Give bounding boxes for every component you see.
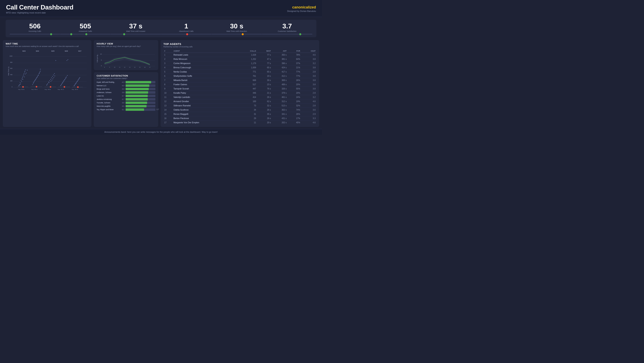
- cell-agent: Brinna Colecrough: [173, 66, 238, 70]
- brand-highlight: canon: [292, 5, 303, 9]
- scatter-plot: Wait Time (s) 0 200 400 600 800 1000: [6, 49, 88, 93]
- cell-csat: 3.8: [301, 87, 316, 91]
- svg-text:0: 0: [12, 86, 12, 88]
- table-row: 16 Berton Flecknoe 29 26 s 431 s 17% 3.3: [164, 116, 316, 121]
- cell-rank: 3: [164, 61, 173, 66]
- cell-calls: 29: [238, 116, 257, 121]
- svg-point-111: [77, 81, 78, 82]
- kpi-abandoned-value: 1: [184, 23, 188, 30]
- csat-score-0: 4.3: [120, 81, 124, 83]
- csat-bar-6: [126, 102, 155, 104]
- svg-point-89: [67, 75, 68, 76]
- cell-agent: Reinwald Lowis: [173, 53, 238, 57]
- svg-point-44: [35, 79, 36, 80]
- svg-text:Wait Time (s): Wait Time (s): [8, 67, 10, 76]
- cell-agent: Shellysheldon Soffe: [173, 74, 238, 78]
- cell-rank: 4: [164, 66, 173, 70]
- cell-rank: 2: [164, 57, 173, 61]
- cell-calls: 11: [238, 121, 257, 125]
- cell-agent: Tamqrah Scorah: [173, 87, 238, 91]
- svg-point-76: [54, 77, 54, 78]
- svg-point-90: [61, 85, 62, 85]
- svg-point-67: [51, 78, 52, 78]
- cell-csat: 4.6: [301, 99, 316, 104]
- svg-point-53: [36, 78, 37, 79]
- table-row: 13 Stillmann Ramelet 73 32 s 513 s 32% 2…: [164, 104, 316, 108]
- svg-point-36: [18, 86, 19, 86]
- svg-point-63: [47, 83, 48, 84]
- cell-agent: Mikaela Bartoli: [173, 78, 238, 82]
- kpi-incoming-value: 506: [29, 23, 41, 30]
- csat-label-8: Toy, Rippin and Beier: [96, 109, 119, 111]
- csat-label-7: West-McLaughlin: [96, 105, 119, 107]
- svg-text:W25: W25: [51, 50, 54, 52]
- cell-aht: 381 s: [272, 57, 288, 61]
- svg-point-78: [55, 60, 56, 61]
- svg-point-42: [33, 82, 34, 83]
- cell-rank: 9: [164, 87, 173, 91]
- cell-wait: 32 s: [257, 104, 272, 108]
- cell-calls: 1,628: [238, 53, 257, 57]
- cell-csat: 4.6: [301, 121, 316, 125]
- cell-aht: 341 s: [272, 112, 288, 116]
- kpi-wait-answer-bar: [110, 34, 161, 35]
- kpi-incoming-label: Incoming Calls: [28, 30, 41, 32]
- left-panel: WAIT TIME How much time are customers wa…: [3, 40, 91, 127]
- cell-agent: Valentijn Lambdin: [173, 95, 238, 99]
- csat-bar-8: 3.7: [126, 108, 155, 111]
- csat-bar-4: [126, 95, 155, 97]
- cell-calls: 1,009: [238, 66, 257, 70]
- svg-point-50: [33, 83, 34, 84]
- svg-point-27: [24, 71, 25, 72]
- svg-text:800: 800: [10, 62, 12, 63]
- col-rank: #: [164, 49, 173, 53]
- svg-point-51: [34, 81, 34, 82]
- cell-rank: 7: [164, 78, 173, 82]
- wait-time-chart: Wait Time (s) 0 200 400 600 800 1000: [6, 49, 88, 94]
- cell-rank: 16: [164, 116, 173, 121]
- csat-score-6: 3.6: [120, 102, 124, 104]
- svg-point-39: [22, 86, 24, 88]
- svg-point-22: [22, 77, 23, 78]
- csat-label-1: Nienow LLC: [96, 85, 119, 87]
- table-row: 5 Nerita Coultas 771 65 s 417 s 77% 2.8: [164, 70, 316, 74]
- cell-rank: 12: [164, 99, 173, 104]
- svg-text:11: 11: [119, 67, 120, 68]
- cell-aht: 461 s: [272, 95, 288, 99]
- kpi-wait-answer-label: Wait Time until Answer: [126, 30, 146, 32]
- wait-time-title: WAIT TIME: [6, 43, 88, 45]
- col-wait: WAIT: [257, 49, 272, 53]
- svg-point-52: [35, 80, 36, 81]
- cell-aht: 417 s: [272, 70, 288, 74]
- svg-point-94: [64, 79, 66, 80]
- cell-fcr: 17%: [288, 116, 301, 121]
- cell-fcr: 21%: [288, 66, 301, 70]
- cell-aht: 202 s: [272, 121, 288, 125]
- svg-point-82: [60, 85, 61, 86]
- table-row: 9 Tamqrah Scorah 447 76 s 326 s 55% 3.8: [164, 87, 316, 91]
- cell-wait: 77 s: [257, 61, 272, 66]
- svg-point-107: [80, 77, 80, 78]
- cell-aht: 379 s: [272, 91, 288, 95]
- hourly-chart: 0 5 10 8 9 10 11 12 13 14 15 16: [99, 49, 155, 68]
- svg-point-73: [50, 81, 51, 82]
- svg-point-115: [77, 86, 79, 88]
- cell-csat: 2.8: [301, 104, 316, 108]
- svg-text:Avg.: 46.5s: Avg.: 46.5s: [45, 89, 51, 90]
- cell-rank: 8: [164, 82, 173, 87]
- table-row: 17 Margarete Von Der Empten 11 20 s 202 …: [164, 121, 316, 125]
- cell-csat: 3.2: [301, 95, 316, 99]
- svg-point-68: [52, 76, 53, 77]
- csat-score-5: 3.7: [120, 98, 124, 100]
- cell-fcr: 26%: [288, 78, 301, 82]
- kpi-incoming-bar: [10, 34, 60, 35]
- kpi-wait-answer: 37 s Wait Time until Answer: [110, 23, 161, 35]
- kpi-csat-bar: [262, 34, 312, 35]
- cell-aht: 326 s: [272, 87, 288, 91]
- csat-score-1: 4.0: [120, 85, 124, 87]
- kpi-wait-answer-value: 37 s: [129, 23, 142, 30]
- cell-rank: 1: [164, 53, 173, 57]
- main-content: WAIT TIME How much time are customers wa…: [0, 37, 322, 127]
- csat-label-6: Turcotte, Schoen: [96, 102, 119, 104]
- svg-point-29: [20, 84, 21, 84]
